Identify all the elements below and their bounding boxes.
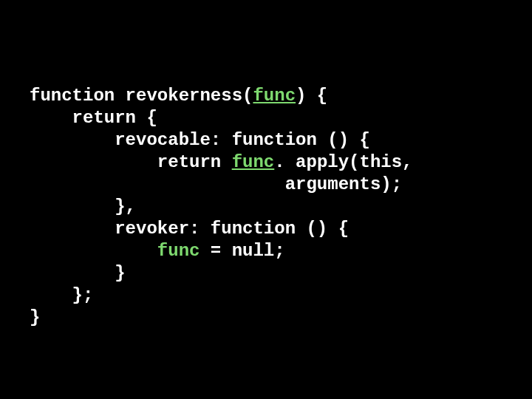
code-line-9: } (30, 263, 126, 283)
code-line-5: arguments); (30, 174, 402, 194)
ref-func-2: func (157, 241, 200, 261)
ref-func-1: func (232, 152, 275, 172)
code-line-10: }; (30, 285, 93, 305)
code-line-4: return func. apply(this, (30, 152, 423, 172)
param-func: func (253, 86, 296, 106)
code-line-6: }, (30, 197, 136, 216)
code-line-1: function revokerness(func) { (30, 86, 327, 106)
code-line-3: revocable: function () { (30, 130, 370, 150)
code-snippet: function revokerness(func) { return { re… (30, 85, 423, 329)
code-line-2: return { (30, 108, 157, 128)
code-line-7: revoker: function () { (30, 219, 349, 239)
code-line-11: } (30, 307, 40, 327)
code-line-8: func = null; (30, 241, 285, 261)
